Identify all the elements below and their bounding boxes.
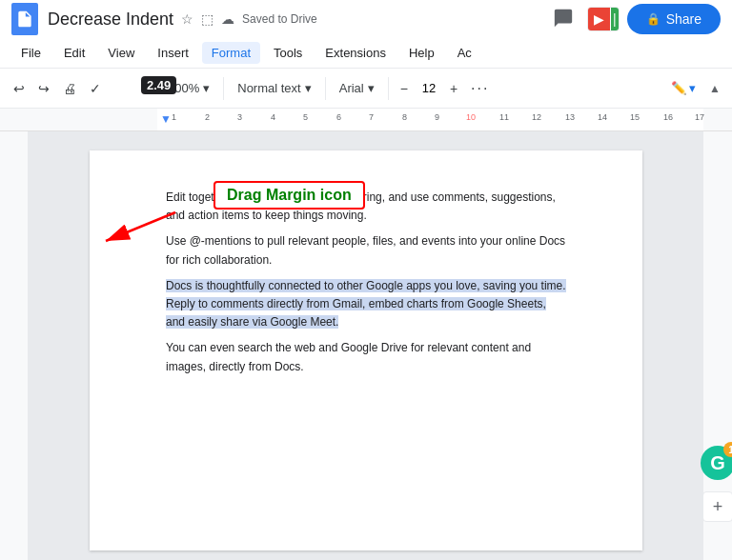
doc-title[interactable]: Decrease Indent bbox=[48, 10, 173, 30]
meet-button[interactable]: ▶ | bbox=[587, 7, 620, 31]
pencil-icon: ✏️ bbox=[671, 81, 687, 95]
separator-1 bbox=[223, 77, 224, 100]
ruler-tick-2: 2 bbox=[205, 112, 210, 122]
ruler-tick-10: 10 bbox=[466, 112, 476, 122]
chevron-down-icon: ▾ bbox=[203, 81, 210, 95]
increase-font-button[interactable]: + bbox=[444, 77, 463, 100]
decrease-font-button[interactable]: − bbox=[395, 77, 414, 100]
menu-format[interactable]: Format bbox=[202, 42, 260, 64]
title-section: Decrease Indent ☆ ⬚ ☁ Saved to Drive bbox=[48, 10, 538, 30]
ruler-tick-17: 17 bbox=[695, 112, 704, 122]
menu-tools[interactable]: Tools bbox=[264, 42, 312, 64]
edit-mode-button[interactable]: ✏️ ▾ bbox=[663, 77, 703, 99]
zoom-value[interactable]: 2.49 bbox=[141, 76, 176, 94]
menu-view[interactable]: View bbox=[98, 42, 144, 64]
ruler-tick-3: 3 bbox=[237, 112, 242, 122]
ruler: ▼ 1 2 3 4 5 6 7 8 9 10 11 12 13 14 15 16… bbox=[0, 109, 732, 131]
doc-para-2: Use @-mentions to pull relevant people, … bbox=[166, 232, 566, 269]
main-content: Drag Margin icon Edit together in real-t… bbox=[0, 131, 732, 560]
saved-status: Saved to Drive bbox=[242, 12, 317, 26]
font-size-value[interactable]: 12 bbox=[417, 81, 440, 95]
font-family-dropdown[interactable]: Arial ▾ bbox=[332, 77, 382, 99]
ruler-tick-14: 14 bbox=[598, 112, 607, 122]
ruler-tick-11: 11 bbox=[499, 112, 509, 122]
left-sidebar bbox=[0, 131, 29, 560]
font-size-controls: − 12 + bbox=[395, 77, 463, 100]
doc-para-1: Edit together in real-time with easy sha… bbox=[166, 189, 566, 225]
menu-insert[interactable]: Insert bbox=[148, 42, 198, 64]
separator-3 bbox=[388, 77, 389, 100]
ruler-tick-1: 1 bbox=[172, 112, 176, 122]
margin-handle[interactable]: ▼ bbox=[160, 112, 172, 126]
collapse-toolbar-button[interactable]: ▲ bbox=[705, 78, 724, 99]
doc-para-4: You can even search the web and Google D… bbox=[166, 339, 566, 375]
chevron-down-icon: ▾ bbox=[689, 81, 696, 95]
add-button[interactable]: + bbox=[702, 491, 732, 522]
menu-edit[interactable]: Edit bbox=[54, 42, 94, 64]
text-style-dropdown[interactable]: Normal text ▾ bbox=[230, 77, 318, 99]
print-button[interactable]: 🖨 bbox=[57, 77, 82, 100]
folder-icon[interactable]: ⬚ bbox=[201, 11, 214, 27]
spellcheck-button[interactable]: ✓ bbox=[84, 77, 107, 100]
title-bar: Decrease Indent ☆ ⬚ ☁ Saved to Drive ▶ |… bbox=[0, 0, 732, 38]
right-sidebar: G 1 + bbox=[703, 131, 732, 560]
redo-button[interactable]: ↪ bbox=[32, 77, 55, 100]
menu-extensions[interactable]: Extensions bbox=[315, 42, 396, 64]
more-options-button[interactable]: ··· bbox=[465, 76, 495, 101]
doc-para-3: Docs is thoughtfully connected to other … bbox=[166, 277, 566, 332]
menu-file[interactable]: File bbox=[11, 42, 51, 64]
chevron-down-icon: ▾ bbox=[305, 81, 312, 95]
cloud-icon: ☁ bbox=[221, 11, 234, 27]
ruler-tick-4: 4 bbox=[271, 112, 275, 122]
doc-para-3-highlighted: Docs is thoughtfully connected to other … bbox=[166, 279, 566, 329]
ruler-tick-8: 8 bbox=[402, 112, 407, 122]
menu-accessibility[interactable]: Ac bbox=[448, 42, 481, 64]
ruler-inner: ▼ 1 2 3 4 5 6 7 8 9 10 11 12 13 14 15 16… bbox=[0, 109, 732, 130]
ruler-tick-6: 6 bbox=[336, 112, 341, 122]
ruler-tick-7: 7 bbox=[369, 112, 374, 122]
comment-button[interactable] bbox=[547, 2, 580, 37]
chevron-down-icon: ▾ bbox=[368, 81, 375, 95]
doc-text: Edit together in real-time with easy sha… bbox=[166, 189, 566, 376]
ruler-tick-9: 9 bbox=[435, 112, 439, 122]
grammarly-icon[interactable]: G 1 bbox=[701, 446, 732, 480]
undo-button[interactable]: ↩ bbox=[8, 77, 30, 100]
star-icon[interactable]: ☆ bbox=[181, 11, 193, 27]
share-button[interactable]: 🔒 Share bbox=[627, 4, 721, 34]
toolbar: ↩ ↪ 🖨 ✓ 2.49 100% ▾ Normal text ▾ Arial … bbox=[0, 69, 732, 109]
doc-page: Drag Margin icon Edit together in real-t… bbox=[90, 150, 642, 550]
ruler-tick-12: 12 bbox=[532, 112, 541, 122]
ruler-tick-5: 5 bbox=[303, 112, 308, 122]
header-right: ▶ | 🔒 Share bbox=[547, 2, 721, 37]
menu-help[interactable]: Help bbox=[399, 42, 444, 64]
ruler-tick-15: 15 bbox=[630, 112, 640, 122]
menu-bar: File Edit View Insert Format Tools Exten… bbox=[0, 38, 732, 69]
lock-icon: 🔒 bbox=[646, 12, 661, 26]
ruler-tick-16: 16 bbox=[663, 112, 673, 122]
separator-2 bbox=[325, 77, 326, 100]
ruler-tick-13: 13 bbox=[565, 112, 575, 122]
grammarly-badge: 1 bbox=[723, 442, 732, 457]
doc-canvas[interactable]: Drag Margin icon Edit together in real-t… bbox=[29, 131, 703, 560]
doc-icon bbox=[11, 3, 38, 35]
